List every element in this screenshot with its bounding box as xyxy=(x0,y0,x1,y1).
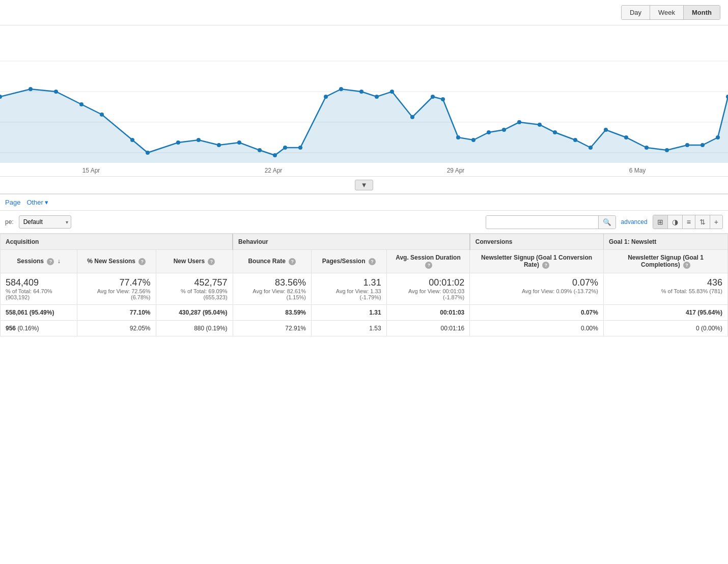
svg-point-5 xyxy=(29,87,33,91)
page-filter-link[interactable]: Page xyxy=(5,199,20,206)
summary-sessions: 584,409 % of Total: 64.70% (903,192) xyxy=(1,273,77,305)
summary-bounce-rate: 83.56% Avg for View: 82.61% (1.15%) xyxy=(233,273,311,305)
help-pages-per-session[interactable]: ? xyxy=(369,258,376,265)
view-grid-button[interactable]: ⊞ xyxy=(653,215,668,229)
row2-newsletter-rate: 0.00% xyxy=(470,321,604,336)
date-label-1: 15 Apr xyxy=(82,167,100,174)
svg-point-35 xyxy=(589,146,593,150)
summary-newsletter-rate: 0.07% Avg for View: 0.09% (-13.72%) xyxy=(470,273,604,305)
help-newsletter-completions[interactable]: ? xyxy=(683,262,690,269)
time-range-buttons: Day Week Month xyxy=(621,5,720,20)
svg-point-19 xyxy=(324,95,328,99)
col-header-pct-new-sessions[interactable]: % New Sessions ? xyxy=(77,250,156,273)
view-sort-button[interactable]: ⇅ xyxy=(695,215,710,229)
col-header-avg-session-duration[interactable]: Avg. Session Duration ? xyxy=(386,250,470,273)
summary-newsletter-completions: 436 % of Total: 55.83% (781) xyxy=(603,273,727,305)
row1-pages-per-session: 1.31 xyxy=(312,305,387,321)
table-row: 558,061 (95.49%) 77.10% 430,287 (95.04%)… xyxy=(1,305,728,321)
col-header-newsletter-rate[interactable]: Newsletter Signup (Goal 1 Conversion Rat… xyxy=(470,250,604,273)
svg-point-34 xyxy=(573,138,577,142)
chart-area[interactable] xyxy=(0,31,728,163)
svg-point-20 xyxy=(339,87,343,91)
svg-point-27 xyxy=(456,135,460,139)
svg-point-8 xyxy=(100,112,104,117)
svg-point-33 xyxy=(553,130,557,134)
search-input[interactable] xyxy=(486,216,598,228)
type-select[interactable]: Default Flat Table Distribution Performa… xyxy=(19,215,71,229)
svg-point-21 xyxy=(359,90,363,94)
type-select-wrap: Default Flat Table Distribution Performa… xyxy=(19,215,71,229)
search-wrap: 🔍 xyxy=(486,215,616,229)
data-table: Acquisition Behaviour Conversions Goal 1… xyxy=(0,234,728,336)
view-icons: ⊞ ◑ ≡ ⇅ + xyxy=(653,215,723,229)
svg-point-12 xyxy=(197,138,201,142)
svg-point-36 xyxy=(604,128,608,132)
view-add-button[interactable]: + xyxy=(710,215,722,229)
svg-point-42 xyxy=(716,135,720,139)
svg-point-30 xyxy=(502,128,506,132)
row2-avg-session-duration: 00:01:16 xyxy=(386,321,470,336)
svg-point-22 xyxy=(375,95,379,99)
help-pct-new-sessions[interactable]: ? xyxy=(138,258,146,265)
date-label-2: 22 Apr xyxy=(265,167,283,174)
summary-pages-per-session: 1.31 Avg for View: 1.33 (-1.79%) xyxy=(312,273,387,305)
acquisition-group-header: Acquisition xyxy=(1,234,233,250)
view-list-button[interactable]: ≡ xyxy=(683,215,695,229)
row1-new-users: 430,287 (95.04%) xyxy=(156,305,233,321)
svg-point-37 xyxy=(624,135,628,139)
segment-bar: Page Other ▾ xyxy=(0,194,728,211)
row2-sessions: 956 (0.16%) xyxy=(1,321,77,336)
summary-avg-session-duration: 00:01:02 Avg for View: 00:01:03 (-1.87%) xyxy=(386,273,470,305)
month-button[interactable]: Month xyxy=(684,6,720,19)
line-chart-svg xyxy=(0,31,728,163)
help-sessions[interactable]: ? xyxy=(47,258,54,265)
svg-point-15 xyxy=(258,148,262,152)
help-bounce-rate[interactable]: ? xyxy=(289,258,296,265)
svg-point-39 xyxy=(665,148,669,152)
conversions-group-header: Conversions xyxy=(470,234,604,250)
svg-point-23 xyxy=(390,90,394,94)
svg-point-31 xyxy=(517,120,521,124)
row2-pct-new-sessions: 92.05% xyxy=(77,321,156,336)
advanced-link[interactable]: advanced xyxy=(621,218,648,225)
table-row: 956 (0.16%) 92.05% 880 (0.19%) 72.91% 1.… xyxy=(1,321,728,336)
other-filter-dropdown[interactable]: Other ▾ xyxy=(26,199,48,206)
col-header-new-users[interactable]: New Users ? xyxy=(156,250,233,273)
svg-point-40 xyxy=(685,143,689,147)
svg-point-11 xyxy=(176,140,180,145)
view-pie-button[interactable]: ◑ xyxy=(668,215,683,229)
day-button[interactable]: Day xyxy=(622,6,650,19)
chart-date-labels: 15 Apr 22 Apr 29 Apr 6 May xyxy=(0,163,728,177)
row1-newsletter-completions: 417 (95.64%) xyxy=(603,305,727,321)
summary-pct-new-sessions: 77.47% Avg for View: 72.56% (6.78%) xyxy=(77,273,156,305)
row2-new-users: 880 (0.19%) xyxy=(156,321,233,336)
chart-toggle-button[interactable]: ▼ xyxy=(355,180,373,190)
help-newsletter-rate[interactable]: ? xyxy=(542,262,549,269)
col-header-newsletter-completions[interactable]: Newsletter Signup (Goal 1 Completions) ? xyxy=(603,250,727,273)
row1-avg-session-duration: 00:01:03 xyxy=(386,305,470,321)
col-header-pages-per-session[interactable]: Pages/Session ? xyxy=(312,250,387,273)
svg-point-29 xyxy=(487,130,491,134)
week-button[interactable]: Week xyxy=(650,6,684,19)
summary-new-users: 452,757 % of Total: 69.09% (655,323) xyxy=(156,273,233,305)
col-header-bounce-rate[interactable]: Bounce Rate ? xyxy=(233,250,311,273)
time-range-bar: Day Week Month xyxy=(0,0,728,25)
group-header-row: Acquisition Behaviour Conversions Goal 1… xyxy=(1,234,728,250)
svg-point-28 xyxy=(471,138,475,142)
behaviour-group-header: Behaviour xyxy=(233,234,470,250)
help-new-users[interactable]: ? xyxy=(208,258,215,265)
svg-point-26 xyxy=(441,97,445,101)
controls-bar: pe: Default Flat Table Distribution Perf… xyxy=(0,211,728,234)
svg-point-43 xyxy=(726,95,728,99)
help-avg-session-duration[interactable]: ? xyxy=(425,262,432,269)
svg-point-41 xyxy=(701,143,705,147)
svg-point-6 xyxy=(54,90,58,94)
svg-point-10 xyxy=(146,151,150,155)
sort-sessions: ↓ xyxy=(58,258,61,265)
svg-point-9 xyxy=(130,138,134,142)
col-header-sessions[interactable]: Sessions ? ↓ xyxy=(1,250,77,273)
search-button[interactable]: 🔍 xyxy=(598,216,615,229)
chart-toggle: ▼ xyxy=(0,177,728,193)
chart-container: 15 Apr 22 Apr 29 Apr 6 May ▼ xyxy=(0,25,728,194)
svg-point-16 xyxy=(273,153,277,157)
